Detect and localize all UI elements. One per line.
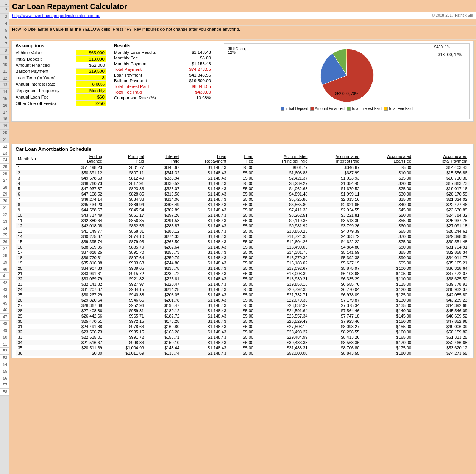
table-cell: $3,239.27 xyxy=(256,181,310,186)
table-row: 15$39,395.74$879.93$268.50$1,148.43$5.00… xyxy=(16,239,470,244)
table-cell: 26 xyxy=(16,297,59,303)
table-cell: $28,244.61 xyxy=(414,228,470,234)
table-cell: $55.00 xyxy=(362,218,414,223)
chart-annotation-interest2: 12% xyxy=(228,50,236,55)
table-cell: $28,493.27 xyxy=(256,329,310,335)
table-cell: $13,490.05 xyxy=(256,244,310,250)
table-cell: $1,023.93 xyxy=(310,175,362,181)
table-cell: $189.12 xyxy=(146,308,182,313)
table-cell: $1,148.43 xyxy=(182,213,229,218)
table-row: 24$31,207.67$934.15$214.28$1,148.43$5.00… xyxy=(16,287,470,292)
table-cell: $19,017.16 xyxy=(414,186,470,191)
table-row: 23$32,141.82$927.97$220.47$1,148.43$5.00… xyxy=(16,282,470,287)
table-cell: $297.26 xyxy=(146,213,182,218)
table-cell: $314.06 xyxy=(146,197,182,202)
table-cell: $1,148.43 xyxy=(182,239,229,244)
result-monthly-loan: Monthly Loan Results $1,148.43 xyxy=(114,50,220,55)
table-cell: $7,375.34 xyxy=(310,303,362,308)
table-cell: $90.00 xyxy=(362,255,414,260)
table-cell: $21,516.67 xyxy=(59,340,105,345)
table-cell: $34,011.77 xyxy=(414,255,470,260)
table-cell: $346.67 xyxy=(310,164,362,170)
table-row: 22$33,069.79$921.82$226.61$1,148.43$5.00… xyxy=(16,276,470,282)
table-cell: $41,149.77 xyxy=(59,228,105,234)
copyright: © 2008-2017 Patrick Shi xyxy=(432,13,473,17)
table-cell: $903.63 xyxy=(105,260,146,266)
table-row: 17$37,618.25$891.70$256.73$1,148.43$5.00… xyxy=(16,250,470,255)
table-cell: $30,551.48 xyxy=(414,239,470,244)
table-cell: $16,710.36 xyxy=(414,175,470,181)
table-cell: $180.00 xyxy=(362,350,414,356)
table-cell: $14,381.75 xyxy=(256,250,310,255)
table-cell: $9,119.36 xyxy=(256,218,310,223)
table-cell: $115.00 xyxy=(362,282,414,287)
table-cell: $80.00 xyxy=(362,244,414,250)
table-cell: $991.72 xyxy=(105,335,146,340)
table-cell: $6,108.68 xyxy=(310,271,362,276)
table-cell: $874.10 xyxy=(105,234,146,239)
table-cell: 24 xyxy=(16,287,59,292)
table-row: 11$42,880.64$856.85$291.58$1,148.43$5.00… xyxy=(16,218,470,223)
table-cell: $31,488.31 xyxy=(256,345,310,350)
table-cell: $65.00 xyxy=(362,228,414,234)
table-cell: $8,706.80 xyxy=(310,345,362,350)
table-cell: $232.72 xyxy=(146,271,182,276)
table-cell: $4,884.86 xyxy=(310,244,362,250)
table-cell: $150.10 xyxy=(146,340,182,345)
table-cell: $20.00 xyxy=(362,181,414,186)
table-cell: $24,784.32 xyxy=(414,213,470,218)
table-cell: $5.00 xyxy=(228,202,256,207)
legend-color-fee xyxy=(384,107,388,111)
table-cell: $5.00 xyxy=(228,244,256,250)
table-cell: $1,148.43 xyxy=(182,276,229,282)
table-cell: $27,408.36 xyxy=(59,308,105,313)
table-cell: $1,148.43 xyxy=(182,244,229,250)
table-cell: $182.72 xyxy=(146,313,182,319)
table-cell: $150.00 xyxy=(362,319,414,324)
table-cell: $1,148.43 xyxy=(182,197,229,202)
table-cell: $24,491.88 xyxy=(59,324,105,329)
table-cell: $10.00 xyxy=(362,170,414,175)
table-cell: $1,148.43 xyxy=(182,308,229,313)
table-row: 32$23,506.73$985.15$163.28$1,148.43$5.00… xyxy=(16,329,470,335)
table-cell: $15.00 xyxy=(362,175,414,181)
table-cell: 4 xyxy=(16,181,59,186)
results-block: Results Monthly Loan Results $1,148.43 M… xyxy=(114,43,220,119)
table-cell: $8,843.55 xyxy=(310,350,362,356)
table-cell: 32 xyxy=(16,329,59,335)
chart-annotation-financed: $52,000, 70% xyxy=(335,92,359,96)
table-cell: 16 xyxy=(16,244,59,250)
website-url[interactable]: http://www.investmentpropertycalculator.… xyxy=(12,13,100,18)
table-cell: $10,850.23 xyxy=(256,228,310,234)
table-cell: $1,148.43 xyxy=(182,345,229,350)
table-cell: $5.00 xyxy=(228,170,256,175)
table-cell: $5.00 xyxy=(228,287,256,292)
col-acc-total: AccumulatedTotal Payment xyxy=(414,153,470,164)
table-cell: $1,148.43 xyxy=(182,186,229,191)
table-cell: $42,880.64 xyxy=(59,218,105,223)
table-cell: $195.47 xyxy=(146,303,182,308)
assumption-value[interactable]: $65,000 xyxy=(76,50,106,56)
table-cell: $22,679.36 xyxy=(256,297,310,303)
legend-total-fee: Total Fee Paid xyxy=(384,106,413,111)
table-cell: $18,930.21 xyxy=(256,276,310,282)
table-cell: $308.49 xyxy=(146,202,182,207)
table-row: 21$33,991.61$915.72$232.72$1,148.43$5.00… xyxy=(16,271,470,276)
table-cell: $1,011.69 xyxy=(105,350,146,356)
table-cell: $214.28 xyxy=(146,287,182,292)
table-cell: 12 xyxy=(16,223,59,228)
table-cell: $5.00 xyxy=(228,350,256,356)
table-cell: $1,148.43 xyxy=(182,202,229,207)
table-cell: $26,442.66 xyxy=(59,313,105,319)
table-cell: $8,413.26 xyxy=(310,335,362,340)
table-cell: $280.12 xyxy=(146,228,182,234)
assumption-repayment-freq: Repayment Frequency Monthly xyxy=(16,88,110,94)
table-cell: 8 xyxy=(16,202,59,207)
table-cell: $5,141.59 xyxy=(310,250,362,255)
table-cell: $25,470.51 xyxy=(59,319,105,324)
table-cell: $25.00 xyxy=(362,186,414,191)
table-cell: $998.33 xyxy=(105,340,146,345)
table-cell: $15,556.86 xyxy=(414,170,470,175)
table-cell: $1,148.43 xyxy=(182,255,229,260)
table-cell: $50.00 xyxy=(362,213,414,218)
